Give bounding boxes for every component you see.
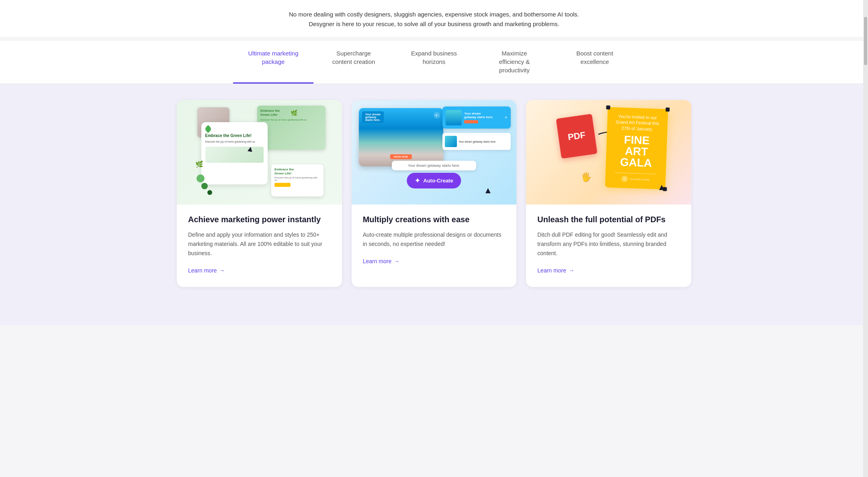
tab-supercharge[interactable]: Supercharge content creation xyxy=(313,41,394,84)
scrollbar-track[interactable] xyxy=(863,0,868,325)
card-multiply-body: Multiply creations with ease Auto-create… xyxy=(352,214,517,265)
card-pdf-image: PDF 🖐 You're invited to our Grand Art Fe… xyxy=(526,100,691,205)
gala-title-text: FINEARTGALA xyxy=(620,134,653,169)
gala-card: You're invited to our Grand Art Festival… xyxy=(605,107,668,189)
card-pdf-body: Unleash the full potential of PDFs Ditch… xyxy=(526,214,691,274)
cards-grid: Embrace theGreen Life! Discover the joy … xyxy=(177,100,691,287)
scrollbar-thumb[interactable] xyxy=(864,17,867,65)
autocreate-button[interactable]: ✦ Auto-Create xyxy=(407,173,461,188)
pdf-scene: PDF 🖐 You're invited to our Grand Art Fe… xyxy=(534,100,683,205)
tab-expand[interactable]: Expand business horizons xyxy=(394,41,474,84)
card-pdf-desc: Ditch dull PDF editing for good! Seamles… xyxy=(537,230,680,258)
banner-line2: Desygner is here to your rescue, to solv… xyxy=(169,19,699,29)
card-marketing-learn-more[interactable]: Learn more → xyxy=(188,267,225,274)
banner-line1: No more dealing with costly designers, s… xyxy=(169,10,699,19)
marketing-collage: Embrace theGreen Life! Discover the joy … xyxy=(185,100,334,205)
pdf-red-box: PDF xyxy=(556,114,597,159)
tab-maximize[interactable]: Maximize efficiency & productivity xyxy=(474,41,555,84)
card-multiply-title: Multiply creations with ease xyxy=(363,214,506,225)
main-content: Embrace theGreen Life! Discover the joy … xyxy=(0,84,868,325)
autocreate-scene: Your dreamgetawaystarts here. ✈ BOOK NOW… xyxy=(352,100,517,205)
card-marketing: Embrace theGreen Life! Discover the joy … xyxy=(177,100,342,287)
tab-ultimate[interactable]: Ultimate marketing package xyxy=(233,41,313,84)
arrow-right-icon-2: → xyxy=(394,258,399,264)
arrow-cursor-icon: ▲ xyxy=(657,182,666,192)
card-pdf-title: Unleash the full potential of PDFs xyxy=(537,214,680,225)
card-multiply: Your dreamgetawaystarts here. ✈ BOOK NOW… xyxy=(352,100,517,287)
prompt-bar: Your dream getaway starts here. xyxy=(392,161,476,170)
card-multiply-desc: Auto-create multiple professional design… xyxy=(363,230,506,249)
gala-invitation-text: You're invited to our Grand Art Festival… xyxy=(611,113,664,132)
card-marketing-desc: Define and apply your information and st… xyxy=(188,230,331,258)
card-multiply-image: Your dreamgetawaystarts here. ✈ BOOK NOW… xyxy=(352,100,517,205)
card-multiply-learn-more[interactable]: Learn more → xyxy=(363,258,400,264)
hand-cursor-icon: 🖐 xyxy=(581,172,592,182)
card-marketing-title: Achieve marketing power instantly xyxy=(188,214,331,225)
card-pdf: PDF 🖐 You're invited to our Grand Art Fe… xyxy=(526,100,691,287)
card-marketing-body: Achieve marketing power instantly Define… xyxy=(177,214,342,274)
card-marketing-image: Embrace theGreen Life! Discover the joy … xyxy=(177,100,342,205)
top-banner: No more dealing with costly designers, s… xyxy=(0,0,868,37)
tab-boost[interactable]: Boost content excellence xyxy=(555,41,635,84)
arrow-right-icon: → xyxy=(219,267,225,274)
tabs-container: Ultimate marketing package Supercharge c… xyxy=(0,41,868,84)
card-pdf-learn-more[interactable]: Learn more → xyxy=(537,267,574,274)
arrow-right-icon-3: → xyxy=(569,267,574,274)
